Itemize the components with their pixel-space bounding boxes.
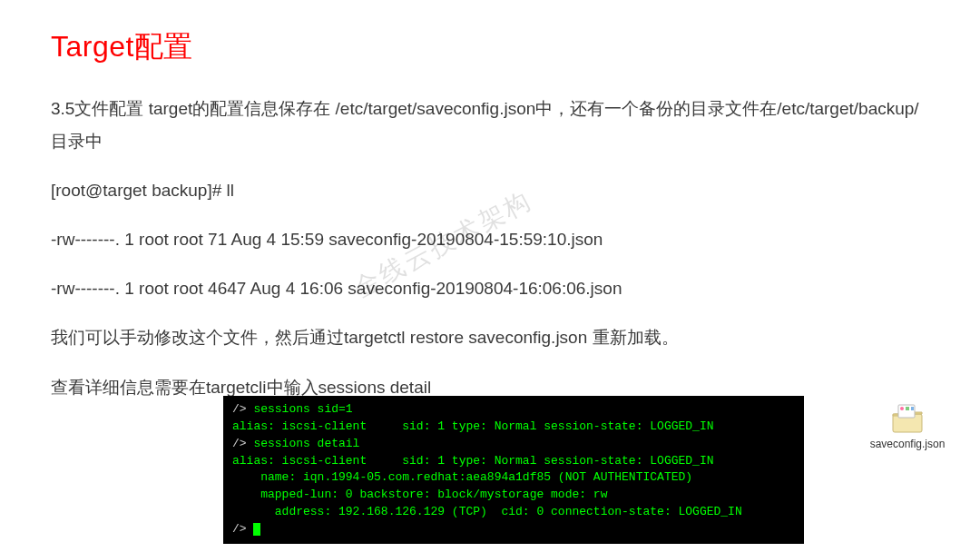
paragraph-intro: 3.5文件配置 target的配置信息保存在 /etc/target/savec…	[51, 93, 929, 158]
terminal-line: mapped-lun: 0 backstore: block/mystorage…	[232, 487, 795, 504]
slide-title: Target配置	[51, 27, 929, 67]
terminal-line: />	[232, 521, 795, 538]
paragraph-ls2: -rw-------. 1 root root 4647 Aug 4 16:06…	[51, 272, 929, 305]
svg-rect-4	[911, 407, 914, 410]
paragraph-restore: 我们可以手动修改这个文件，然后通过targetctl restore savec…	[51, 321, 929, 354]
file-icon-label: saveconfig.json	[866, 438, 949, 450]
terminal-prompt: />	[232, 437, 253, 450]
slide: Target配置 3.5文件配置 target的配置信息保存在 /etc/tar…	[0, 0, 980, 552]
paragraph-cmd: [root@target backup]# ll	[51, 174, 929, 207]
cursor-icon	[253, 523, 260, 536]
terminal-screenshot: /> sessions sid=1 alias: iscsi-client si…	[223, 396, 804, 544]
terminal-cmd: sessions sid=1	[253, 402, 352, 416]
svg-point-2	[900, 407, 904, 410]
terminal-line: name: iqn.1994-05.com.redhat:aea894a1df8…	[232, 469, 795, 487]
terminal-line: alias: iscsi-client sid: 1 type: Normal …	[232, 419, 795, 436]
terminal-prompt: />	[232, 522, 253, 536]
terminal-line: /> sessions sid=1	[232, 401, 795, 419]
terminal-prompt: />	[232, 402, 253, 416]
terminal-cmd: sessions detail	[253, 437, 359, 450]
paragraph-ls1: -rw-------. 1 root root 71 Aug 4 15:59 s…	[51, 223, 929, 256]
file-icon-block: saveconfig.json	[866, 401, 949, 450]
terminal-line: alias: iscsi-client sid: 1 type: Normal …	[232, 453, 795, 470]
json-file-icon	[889, 401, 926, 434]
svg-rect-3	[906, 407, 909, 410]
terminal-line: /> sessions detail	[232, 436, 795, 453]
terminal-line: address: 192.168.126.129 (TCP) cid: 0 co…	[232, 504, 795, 521]
